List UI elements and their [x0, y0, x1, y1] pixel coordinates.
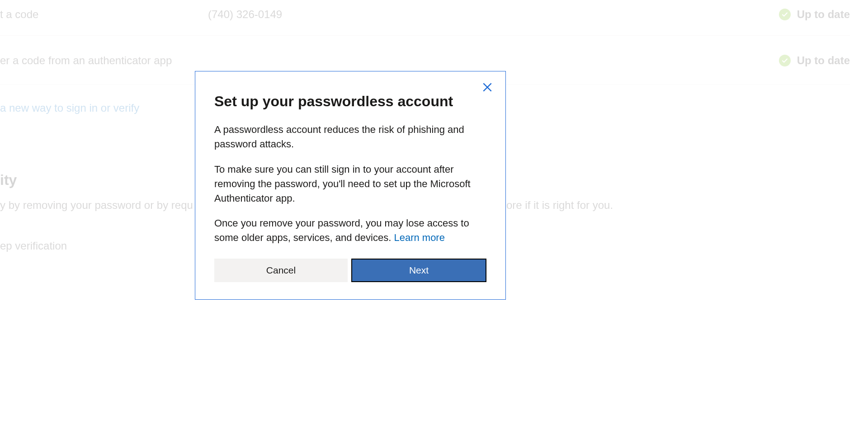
next-button[interactable]: Next: [351, 259, 486, 282]
dialog-paragraph-2: To make sure you can still sign in to yo…: [214, 162, 486, 206]
cancel-button[interactable]: Cancel: [214, 259, 348, 282]
dialog-button-row: Cancel Next: [214, 259, 486, 282]
learn-more-link[interactable]: Learn more: [394, 232, 445, 243]
dialog-paragraph-3: Once you remove your password, you may l…: [214, 216, 486, 245]
dialog-title: Set up your passwordless account: [214, 93, 486, 110]
close-icon: [481, 81, 493, 94]
passwordless-setup-dialog: Set up your passwordless account A passw…: [195, 71, 506, 300]
close-button[interactable]: [478, 79, 496, 97]
dialog-paragraph-1: A passwordless account reduces the risk …: [214, 123, 486, 151]
